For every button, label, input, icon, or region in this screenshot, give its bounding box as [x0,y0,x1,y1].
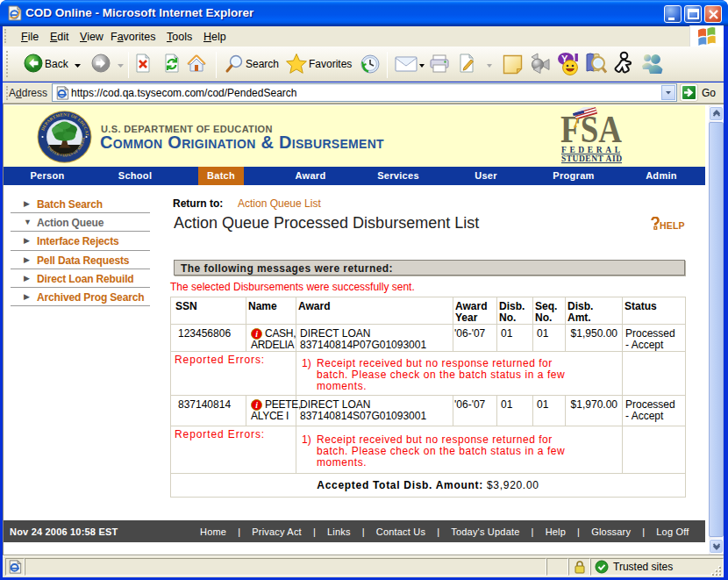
svg-text:FEDERAL: FEDERAL [561,146,620,154]
svg-text:STUDENT AID: STUDENT AID [561,154,622,163]
